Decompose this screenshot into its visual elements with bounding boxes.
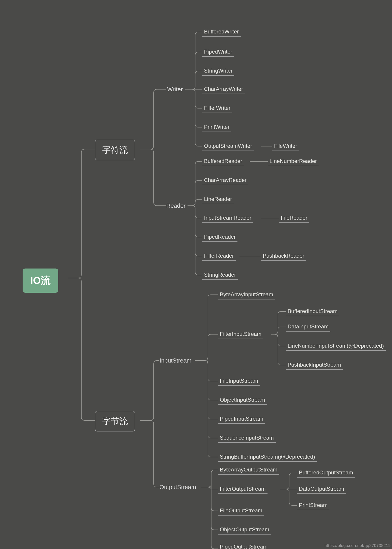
leaf-printwriter[interactable]: PrintWriter: [202, 123, 231, 132]
node-inputstream[interactable]: InputStream: [160, 357, 192, 364]
leaf-bufferedwriter[interactable]: BufferedWriter: [202, 28, 241, 37]
leaf-filereader[interactable]: FileReader: [279, 214, 309, 223]
root-node[interactable]: IO流: [23, 268, 58, 293]
leaf-objectinputstream[interactable]: ObjectInputStream: [218, 396, 267, 405]
node-byte-stream[interactable]: 字节流: [95, 411, 135, 431]
leaf-bufferedinputstream[interactable]: BufferedInputStream: [286, 307, 339, 316]
leaf-fileoutputstream[interactable]: FileOutputStream: [218, 507, 264, 515]
leaf-bufferedreader[interactable]: BufferedReader: [202, 157, 244, 166]
leaf-dataoutputstream[interactable]: DataOutputStream: [297, 485, 346, 494]
leaf-chararraywriter[interactable]: CharArrayWriter: [202, 85, 245, 94]
node-writer[interactable]: Writer: [167, 86, 183, 93]
leaf-pushbackreader[interactable]: PushbackReader: [261, 252, 306, 261]
leaf-bytearrayoutputstream[interactable]: ByteArrayOutputStream: [218, 466, 279, 475]
leaf-pipedwriter[interactable]: PipedWriter: [202, 48, 234, 57]
leaf-inputstreamreader[interactable]: InputStreamReader: [202, 214, 253, 223]
leaf-filterreader[interactable]: FilterReader: [202, 252, 236, 261]
leaf-linereader[interactable]: LineReader: [202, 195, 234, 204]
leaf-chararrayreader[interactable]: CharArrayReader: [202, 176, 248, 185]
node-reader[interactable]: Reader: [166, 202, 185, 209]
leaf-linenumberreader[interactable]: LineNumberReader: [268, 157, 319, 166]
leaf-stringbufferinputstream[interactable]: StringBufferInputStream(@Deprecated): [218, 453, 317, 462]
leaf-stringreader[interactable]: StringReader: [202, 271, 238, 280]
leaf-linenumberinputstream[interactable]: LineNumberInputStream(@Deprecated): [286, 342, 386, 351]
connector-lines: [0, 0, 392, 549]
node-outputstream[interactable]: OutputStream: [160, 484, 196, 491]
watermark: https://blog.csdn.net/qq870738219: [324, 543, 391, 548]
leaf-sequenceinputstream[interactable]: SequenceInputStream: [218, 434, 276, 443]
leaf-bytearrayinputstream[interactable]: ByteArrayInputStream: [218, 290, 275, 299]
leaf-filewriter[interactable]: FileWriter: [272, 142, 299, 151]
leaf-datainputstream[interactable]: DataInputStream: [286, 323, 330, 331]
leaf-bufferedoutputstream[interactable]: BufferedOutputStream: [297, 469, 355, 478]
leaf-pipedinputstream[interactable]: PipedInputStream: [218, 415, 265, 424]
leaf-outputstreamwriter[interactable]: OutputStreamWriter: [202, 142, 254, 151]
leaf-pushbackinputstream[interactable]: PushbackInputStream: [286, 361, 343, 370]
leaf-pipedreader[interactable]: PipedReader: [202, 233, 238, 242]
leaf-filteroutputstream[interactable]: FilterOutputStream: [218, 485, 267, 494]
leaf-filterwriter[interactable]: FilterWriter: [202, 104, 232, 113]
leaf-pipedoutputstream[interactable]: PipedOutputStream: [218, 543, 269, 549]
leaf-stringwriter[interactable]: StringWriter: [202, 67, 234, 76]
leaf-fileinputstream[interactable]: FileInputStream: [218, 377, 260, 386]
node-char-stream[interactable]: 字符流: [95, 140, 135, 160]
leaf-objectoutputstream[interactable]: ObjectOutputStream: [218, 526, 271, 535]
leaf-printstream[interactable]: PrintStream: [297, 501, 329, 510]
leaf-filterinputstream[interactable]: FilterInputStream: [218, 330, 263, 339]
